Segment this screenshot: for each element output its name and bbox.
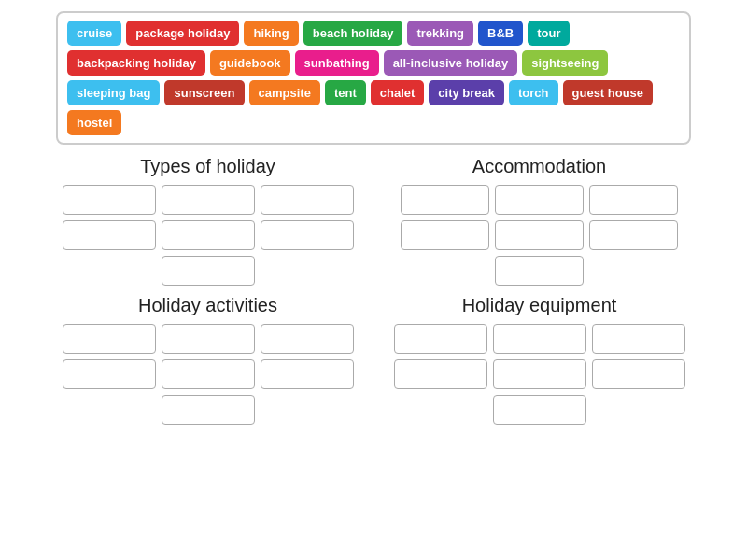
drop-cell[interactable] (493, 359, 586, 389)
drop-cell[interactable] (63, 324, 156, 354)
word-tile-cruise[interactable]: cruise (67, 21, 121, 46)
word-tile-tent[interactable]: tent (325, 80, 366, 105)
word-tile-guest-house[interactable]: guest house (563, 80, 654, 105)
word-tile-all-inclusive[interactable]: all-inclusive holiday (384, 50, 518, 76)
drop-cell[interactable] (493, 395, 586, 425)
word-tile-chalet[interactable]: chalet (371, 80, 425, 105)
word-tile-package[interactable]: package holiday (126, 21, 239, 46)
drop-cell[interactable] (261, 324, 354, 354)
equipment-drop-area[interactable] (388, 324, 691, 425)
accommodation-drop-area[interactable] (388, 185, 691, 286)
drop-cell[interactable] (63, 185, 156, 215)
drop-cell[interactable] (162, 185, 255, 215)
drop-cell[interactable] (394, 324, 487, 354)
word-tile-beach[interactable]: beach holiday (303, 21, 403, 46)
drop-cell[interactable] (394, 359, 487, 389)
drop-cell[interactable] (162, 395, 255, 425)
drop-cell[interactable] (592, 324, 685, 354)
word-tile-sunscreen[interactable]: sunscreen (164, 80, 244, 105)
word-tile-tour[interactable]: tour (528, 21, 570, 46)
activities-drop-area[interactable] (56, 324, 359, 425)
word-tile-hiking[interactable]: hiking (244, 21, 298, 46)
drop-cell[interactable] (401, 185, 489, 215)
drop-cell[interactable] (261, 220, 354, 250)
category-activities: Holiday activities (56, 295, 359, 425)
category-activities-title: Holiday activities (138, 295, 277, 316)
drop-cell[interactable] (495, 220, 584, 250)
drop-cell[interactable] (162, 256, 255, 286)
drop-cell[interactable] (162, 324, 255, 354)
drop-cell[interactable] (592, 359, 685, 389)
drop-cell[interactable] (63, 359, 156, 389)
drop-cell[interactable] (495, 256, 584, 286)
drop-cell[interactable] (589, 220, 678, 250)
drop-cell[interactable] (495, 185, 584, 215)
drop-cell[interactable] (162, 220, 255, 250)
word-tile-guidebook[interactable]: guidebook (210, 50, 290, 76)
drop-cell[interactable] (63, 220, 156, 250)
category-equipment: Holiday equipment (388, 295, 691, 425)
word-tile-hostel[interactable]: hostel (67, 110, 121, 135)
word-tile-backpacking[interactable]: backpacking holiday (67, 50, 205, 76)
drop-cell[interactable] (401, 220, 489, 250)
drop-cell[interactable] (162, 359, 255, 389)
category-types: Types of holiday (56, 156, 359, 286)
word-tile-torch[interactable]: torch (509, 80, 558, 105)
category-accommodation-title: Accommodation (472, 156, 606, 177)
drop-cell[interactable] (261, 185, 354, 215)
word-tile-bnb[interactable]: B&B (478, 21, 523, 46)
types-drop-area[interactable] (56, 185, 359, 286)
drop-cell[interactable] (261, 359, 354, 389)
word-tile-sightseeing[interactable]: sightseeing (522, 50, 608, 76)
word-tile-campsite[interactable]: campsite (249, 80, 320, 105)
word-tile-sleeping-bag[interactable]: sleeping bag (67, 80, 160, 105)
word-bank: cruisepackage holidayhikingbeach holiday… (56, 11, 691, 145)
word-tile-trekking[interactable]: trekking (407, 21, 473, 46)
drop-cell[interactable] (493, 324, 586, 354)
word-tile-sunbathing[interactable]: sunbathing (295, 50, 379, 76)
category-accommodation: Accommodation (388, 156, 691, 286)
word-tile-city-break[interactable]: city break (429, 80, 504, 105)
drop-cell[interactable] (589, 185, 678, 215)
category-types-title: Types of holiday (140, 156, 275, 177)
categories-grid: Types of holiday Accommodation (56, 156, 691, 425)
category-equipment-title: Holiday equipment (462, 295, 617, 316)
